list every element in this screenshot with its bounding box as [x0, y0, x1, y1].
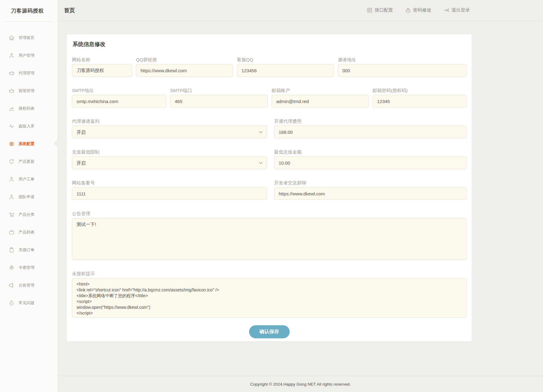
sidebar-item-system-config[interactable]: 系统配置: [0, 135, 58, 153]
dev-group-field-label: 开发者交流群聊: [274, 180, 466, 185]
user-icon: [9, 52, 15, 59]
clipboard-icon: [9, 247, 15, 253]
api-config-action[interactable]: 接口配置: [367, 7, 393, 13]
min-recharge-field-label: 最低充值金额: [274, 150, 466, 155]
sidebar-item-piracy-intake[interactable]: 盗版入库: [0, 117, 58, 135]
save-button[interactable]: 确认保存: [249, 325, 290, 338]
topbar-actions: 接口配置密码修改退出登录: [367, 7, 470, 13]
smtp-port-field[interactable]: [170, 95, 268, 108]
announcement-textarea[interactable]: [72, 218, 466, 260]
website-name-field-label: 网站名称: [72, 57, 132, 62]
logout-label: 退出登录: [452, 7, 470, 13]
footer: Copyright © 2024.Happy Gong NET All righ…: [58, 376, 543, 392]
email-account-field-label: 邮箱账户: [272, 88, 369, 93]
sidebar-item-faq[interactable]: 常见问题: [0, 294, 58, 312]
content-area: 系统信息修改 网站名称QQ群链接客服QQ邀请地址SMTP地址SMTP端口邮箱账户…: [58, 21, 543, 376]
email-account-field[interactable]: [272, 95, 369, 108]
sidebar-item-label: 用户管理: [19, 53, 34, 58]
form-row: 未授权提示: [72, 271, 466, 318]
change-password-action[interactable]: 密码修改: [405, 7, 431, 13]
crown-icon: [9, 70, 15, 76]
unauthorized-html-textarea-group: 未授权提示: [72, 271, 466, 318]
invite-address-field[interactable]: [338, 64, 466, 77]
sidebar-item-label: 管理首页: [19, 35, 34, 41]
sidebar-item-recharge-orders[interactable]: 充值订单: [0, 241, 58, 259]
sidebar-item-label: 产品分类: [19, 212, 34, 217]
qq-group-link-field-label: QQ群链接: [136, 57, 233, 62]
sidebar-item-label: 公告管理: [19, 283, 34, 288]
service-qq-field-group: 客服QQ: [237, 57, 334, 77]
email-password-field-group: 邮箱密码(授权码): [373, 88, 466, 108]
brand-logo: 刀客源码授权: [0, 0, 58, 14]
form-row: 公告管理: [72, 211, 466, 260]
sidebar-item-team-requests[interactable]: 团队申请: [0, 188, 58, 206]
recharge-limit-select[interactable]: 开启: [72, 156, 267, 169]
agent-fee-field-group: 开通代理费用: [274, 119, 466, 138]
user-icon: [9, 194, 15, 200]
sidebar-item-product-list[interactable]: 产品列表: [0, 223, 58, 241]
agent-fee-field[interactable]: [274, 126, 466, 138]
unauthorized-html-textarea[interactable]: [72, 278, 466, 318]
form-row: 充值最低限制开启最低充值金额: [72, 150, 466, 169]
sidebar-item-label: 提现管理: [19, 88, 34, 94]
agent-rebate-select-label: 代理邀请返利: [72, 119, 267, 124]
announcement-textarea-label: 公告管理: [72, 211, 466, 216]
qq-group-link-field[interactable]: [136, 64, 233, 77]
icp-number-field-label: 网站备案号: [72, 180, 267, 185]
change-password-label: 密码修改: [413, 7, 431, 13]
smtp-host-field-label: SMTP地址: [72, 88, 166, 93]
recharge-limit-select-group: 充值最低限制开启: [72, 150, 267, 169]
sidebar-item-user-management[interactable]: 用户管理: [0, 47, 58, 64]
recharge-limit-select-label: 充值最低限制: [72, 150, 267, 155]
sidebar-item-announcement-management[interactable]: 公告管理: [0, 276, 58, 294]
logout-action[interactable]: 退出登录: [444, 7, 470, 13]
api-config-icon: [367, 7, 373, 13]
sidebar-item-label: 代理管理: [19, 70, 34, 76]
dev-group-field-group: 开发者交流群聊: [274, 180, 466, 200]
email-account-field-group: 邮箱账户: [272, 88, 369, 108]
smtp-host-field[interactable]: [72, 95, 166, 108]
website-name-field[interactable]: [72, 64, 132, 77]
smtp-host-field-group: SMTP地址: [72, 88, 166, 108]
icp-number-field-group: 网站备案号: [72, 180, 267, 200]
page-title: 首页: [64, 7, 75, 14]
sidebar-item-label: 常见问题: [19, 300, 34, 306]
sidebar-item-label: 系统配置: [19, 141, 34, 147]
sidebar-item-label: 用户工单: [19, 176, 34, 182]
sidebar-item-label: 团队申请: [19, 194, 34, 200]
cart-icon: [9, 212, 15, 218]
form-row: 网站备案号开发者交流群聊: [72, 180, 466, 200]
recharge-limit-select-wrap: 开启: [72, 156, 267, 169]
logout-icon: [444, 7, 449, 13]
form-row: 代理邀请返利开启开通代理费用: [72, 119, 466, 138]
sidebar-item-card-key-management[interactable]: 卡密管理: [0, 259, 58, 276]
icp-number-field[interactable]: [72, 187, 267, 200]
sidebar-item-withdraw-management[interactable]: 提现管理: [0, 82, 58, 100]
sidebar-item-label: 产品更新: [19, 159, 34, 164]
sidebar-item-admin-home[interactable]: 管理首页: [0, 29, 58, 47]
sidebar-item-product-updates[interactable]: 产品更新: [0, 153, 58, 170]
refresh-icon: [9, 159, 15, 165]
sidebar-item-agent-management[interactable]: 代理管理: [0, 64, 58, 82]
min-recharge-field[interactable]: [274, 156, 466, 169]
email-password-field[interactable]: [373, 95, 466, 108]
dev-group-field[interactable]: [274, 187, 466, 200]
qq-group-link-field-group: QQ群链接: [136, 57, 233, 77]
stopwatch-icon: [9, 300, 15, 306]
agent-rebate-select[interactable]: 开启: [72, 126, 267, 138]
website-name-field-group: 网站名称: [72, 57, 132, 77]
trend-chart-icon: [9, 105, 15, 112]
system-info-card: 系统信息修改 网站名称QQ群链接客服QQ邀请地址SMTP地址SMTP端口邮箱账户…: [67, 34, 472, 341]
invite-address-field-group: 邀请地址: [338, 57, 466, 77]
form-row: SMTP地址SMTP端口邮箱账户邮箱密码(授权码): [72, 88, 466, 108]
sidebar-item-license-list[interactable]: 授权列表: [0, 100, 58, 117]
min-recharge-field-group: 最低充值金额: [274, 150, 466, 169]
sidebar-item-user-tickets[interactable]: 用户工单: [0, 170, 58, 188]
sidebar-item-product-categories[interactable]: 产品分类: [0, 206, 58, 223]
agent-rebate-select-group: 代理邀请返利开启: [72, 119, 267, 138]
sidebar-menu: 管理首页用户管理代理管理提现管理授权列表盗版入库系统配置产品更新用户工单团队申请…: [0, 22, 58, 312]
sidebar-item-label: 产品列表: [19, 230, 34, 235]
service-qq-field[interactable]: [237, 64, 334, 77]
invite-address-field-label: 邀请地址: [338, 57, 466, 62]
copyright-text: Copyright © 2024.Happy Gong NET All righ…: [250, 382, 351, 387]
